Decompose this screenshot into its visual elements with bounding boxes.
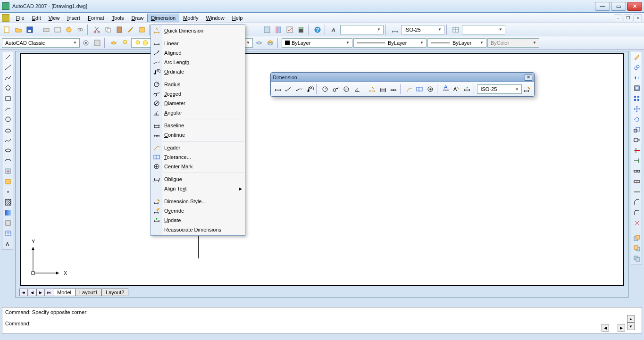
dim-style-value: ISO-25 bbox=[404, 27, 421, 33]
workspace-layer-toolbar: AutoCAD Classic▼ 0 ▼ ByLayer▼ ByLayer▼ B… bbox=[0, 36, 644, 50]
close-button[interactable]: ✕ bbox=[627, 2, 642, 11]
menu-window[interactable]: Window bbox=[202, 14, 228, 22]
mdi-restore-button[interactable]: ❐ bbox=[624, 15, 632, 21]
plot-button[interactable] bbox=[41, 25, 51, 35]
aligned-icon bbox=[153, 49, 160, 50]
lineweight-combo[interactable]: ByLayer▼ bbox=[427, 38, 486, 48]
svg-rect-12 bbox=[117, 27, 122, 33]
color-value: ByLayer bbox=[292, 40, 310, 46]
layer-state-button[interactable] bbox=[265, 38, 276, 48]
mdi-close-button[interactable]: × bbox=[634, 15, 642, 21]
menubar: FileEditViewInsertFormatToolsDrawDimensi… bbox=[0, 13, 644, 23]
link-button[interactable] bbox=[75, 25, 85, 35]
menu-edit[interactable]: Edit bbox=[28, 14, 45, 22]
tool-palettes-button[interactable] bbox=[273, 25, 284, 35]
menu-insert[interactable]: Insert bbox=[63, 14, 84, 22]
menu-item-quick-dimension[interactable]: Quick Dimension bbox=[151, 26, 245, 35]
workspace-combo[interactable]: AutoCAD Classic▼ bbox=[2, 38, 80, 48]
svg-point-5 bbox=[67, 27, 71, 32]
workspace-value: AutoCAD Classic bbox=[5, 40, 45, 46]
menu-item-linear[interactable]: Linear bbox=[151, 39, 245, 48]
svg-rect-13 bbox=[140, 27, 144, 32]
titlebar: AutoCAD 2007 - [Drawing1.dwg] — ▭ ✕ bbox=[0, 0, 644, 13]
publish-button[interactable] bbox=[64, 25, 74, 35]
table-style-button[interactable] bbox=[451, 25, 461, 35]
menu-format[interactable]: Format bbox=[84, 14, 108, 22]
menu-view[interactable]: View bbox=[45, 14, 64, 22]
dim-style-icon[interactable] bbox=[390, 25, 400, 35]
my-workspace-button[interactable] bbox=[92, 38, 102, 48]
help-button[interactable]: ? bbox=[312, 25, 323, 35]
svg-rect-15 bbox=[276, 27, 278, 33]
markup-button[interactable] bbox=[284, 25, 295, 35]
cut-button[interactable] bbox=[92, 25, 102, 35]
svg-rect-2 bbox=[28, 30, 31, 32]
menu-item-aligned[interactable]: Aligned bbox=[151, 48, 245, 50]
workspace-settings-button[interactable] bbox=[81, 38, 91, 48]
autocad-icon bbox=[2, 14, 9, 22]
svg-rect-14 bbox=[264, 27, 270, 33]
svg-point-29 bbox=[143, 41, 148, 45]
svg-rect-17 bbox=[287, 27, 293, 33]
maximize-button[interactable]: ▭ bbox=[611, 2, 626, 11]
save-button[interactable] bbox=[25, 25, 35, 35]
sheet-set-button[interactable] bbox=[262, 25, 272, 35]
layer-bulb-icon bbox=[134, 40, 141, 46]
new-button[interactable] bbox=[2, 25, 12, 35]
text-style-button[interactable]: A bbox=[329, 25, 339, 35]
svg-text:?: ? bbox=[316, 27, 319, 33]
linetype-value: ByLayer bbox=[388, 40, 407, 46]
svg-point-28 bbox=[136, 41, 140, 44]
paste-button[interactable] bbox=[114, 25, 125, 35]
menu-item-label: Linear bbox=[164, 41, 179, 46]
window-title: AutoCAD 2007 - [Drawing1.dwg] bbox=[12, 3, 87, 9]
table-style-combo[interactable]: ▼ bbox=[462, 25, 505, 34]
open-button[interactable] bbox=[13, 25, 24, 35]
svg-rect-0 bbox=[4, 27, 9, 33]
matchprop-button[interactable] bbox=[125, 25, 136, 35]
lineweight-value: ByLayer bbox=[452, 40, 471, 46]
minimize-button[interactable]: — bbox=[595, 2, 610, 11]
layer-previous-button[interactable] bbox=[254, 38, 264, 48]
qcalc-button[interactable] bbox=[296, 25, 306, 35]
app-icon bbox=[2, 2, 9, 10]
menu-tools[interactable]: Tools bbox=[108, 14, 128, 22]
svg-point-7 bbox=[80, 28, 83, 31]
dim-style-combo[interactable]: ISO-25▼ bbox=[401, 25, 444, 34]
menu-help[interactable]: Help bbox=[228, 14, 247, 22]
standard-toolbar: ? A ▼ ISO-25▼ ▼ bbox=[0, 23, 644, 36]
layer-freeze-icon bbox=[142, 40, 149, 46]
text-style-combo[interactable]: ▼ bbox=[340, 25, 384, 34]
plotstyle-value: ByColor bbox=[491, 40, 509, 46]
svg-rect-11 bbox=[107, 28, 110, 32]
blockeditor-button[interactable] bbox=[137, 25, 147, 35]
mdi-minimize-button[interactable]: – bbox=[614, 15, 622, 21]
menu-draw[interactable]: Draw bbox=[127, 14, 147, 22]
plot-preview-button[interactable] bbox=[52, 25, 63, 35]
svg-rect-19 bbox=[299, 27, 303, 29]
svg-point-25 bbox=[85, 42, 87, 44]
layer-filter-button[interactable] bbox=[120, 38, 130, 48]
color-combo[interactable]: ByLayer▼ bbox=[282, 38, 352, 48]
plotstyle-combo[interactable]: ByColor▼ bbox=[487, 38, 539, 48]
svg-rect-4 bbox=[55, 27, 60, 32]
qdim-icon bbox=[153, 27, 160, 34]
svg-rect-16 bbox=[279, 27, 281, 33]
menu-dimension[interactable]: Dimension bbox=[147, 14, 179, 22]
menu-modify[interactable]: Modify bbox=[179, 14, 202, 22]
svg-rect-3 bbox=[43, 28, 49, 32]
linear-icon bbox=[153, 40, 160, 47]
svg-rect-26 bbox=[94, 40, 100, 46]
copy-button[interactable] bbox=[103, 25, 113, 35]
dimension-menu: Quick DimensionLinearAlignedArc Lengthxy… bbox=[151, 25, 245, 50]
svg-text:A: A bbox=[331, 27, 335, 33]
layer-props-button[interactable] bbox=[109, 38, 119, 48]
svg-point-27 bbox=[123, 40, 127, 44]
menu-item-label: Quick Dimension bbox=[164, 28, 203, 33]
linetype-combo[interactable]: ByLayer▼ bbox=[353, 38, 427, 48]
menu-file[interactable]: File bbox=[12, 14, 28, 22]
